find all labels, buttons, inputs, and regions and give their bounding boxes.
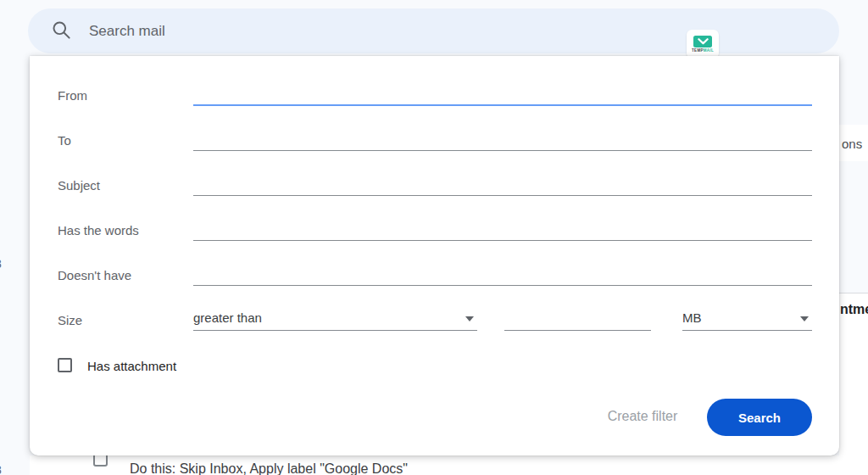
to-field[interactable] [193, 126, 812, 151]
size-comparator-value: greater than [193, 310, 262, 325]
to-label: To [58, 133, 71, 148]
sidebar-count-fragment: 3 [0, 463, 2, 475]
field-row-to: To [30, 126, 839, 171]
chevron-down-icon [465, 316, 474, 321]
tempmail-extension-icon[interactable]: TEMPMAIL [687, 30, 719, 59]
size-label: Size [58, 313, 82, 327]
search-button[interactable]: Search [707, 399, 812, 436]
background-email-row-strip [839, 293, 868, 475]
background-toolbar-text-fragment: ons [842, 137, 862, 151]
field-row-doesnt-have: Doesn't have [30, 261, 839, 306]
create-filter-button[interactable]: Create filter [579, 404, 706, 429]
background-filter-row-text: Do this: Skip Inbox, Apply label "Google… [130, 461, 408, 475]
attachment-row: Has attachment [30, 351, 839, 396]
from-label: From [58, 88, 87, 103]
field-row-subject: Subject [30, 171, 839, 216]
search-icon[interactable] [51, 20, 73, 42]
has-attachment-checkbox[interactable] [58, 358, 72, 372]
search-bar[interactable]: TEMPMAIL [28, 8, 839, 53]
size-unit-value: MB [682, 310, 702, 325]
doesnt-have-field[interactable] [193, 261, 812, 286]
size-amount-field[interactable] [504, 306, 651, 331]
has-words-label: Has the words [58, 223, 139, 238]
background-email-subject-fragment: ntme [840, 302, 868, 317]
size-row: Size greater than MB [30, 306, 839, 351]
advanced-search-panel: From To Subject Has the words Doesn't ha… [30, 56, 839, 455]
search-input[interactable] [89, 8, 615, 53]
tempmail-label: TEMPMAIL [692, 49, 714, 53]
chevron-down-icon [800, 316, 809, 321]
subject-field[interactable] [193, 171, 812, 196]
from-field[interactable] [193, 81, 812, 106]
size-unit-select[interactable]: MB [682, 306, 812, 331]
envelope-icon [693, 36, 712, 48]
field-row-from: From [30, 81, 839, 126]
sidebar-count-fragment: 3 [0, 257, 2, 271]
doesnt-have-label: Doesn't have [58, 268, 131, 282]
tempmail-label-primary: TEMP [692, 48, 704, 53]
has-attachment-label: Has attachment [87, 359, 176, 373]
has-words-field[interactable] [193, 216, 812, 241]
size-comparator-select[interactable]: greater than [193, 306, 477, 331]
background-row-divider [839, 293, 868, 293]
field-row-has-words: Has the words [30, 216, 839, 261]
subject-label: Subject [58, 178, 100, 193]
tempmail-label-secondary: MAIL [704, 48, 714, 53]
